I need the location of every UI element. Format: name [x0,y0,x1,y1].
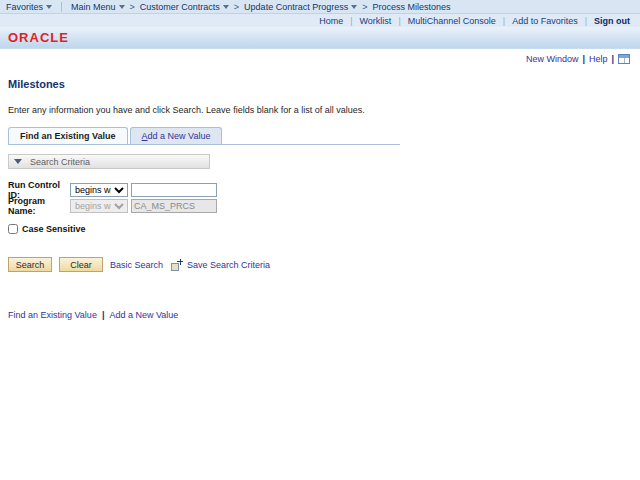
new-window-link[interactable]: New Window [526,54,579,64]
breadcrumb: Favorites Main Menu > Customer Contracts… [0,0,640,14]
footer-add-new-link[interactable]: Add a New Value [109,310,178,320]
chevron-down-icon [223,5,229,9]
divider [61,2,62,12]
program-name-label: Program Name: [8,196,70,216]
home-link[interactable]: Home [319,16,343,26]
run-control-id-input[interactable] [131,183,217,197]
run-control-id-row: Run Control ID: begins with [8,182,640,197]
page-title: Milestones [8,78,640,90]
favorites-menu[interactable]: Favorites [6,2,52,12]
case-sensitive-row: Case Sensitive [8,224,640,234]
help-link[interactable]: Help [589,54,608,64]
case-sensitive-label: Case Sensitive [22,224,86,234]
link-separator: | [398,16,400,26]
breadcrumb-process-milestones: Process Milestones [372,2,450,12]
main-menu[interactable]: Main Menu [71,2,125,12]
multichannel-console-link[interactable]: MultiChannel Console [408,16,496,26]
worklist-link[interactable]: Worklist [360,16,392,26]
utility-links: New Window | Help | [0,49,640,64]
tab-find-existing-value[interactable]: Find an Existing Value [8,127,128,144]
breadcrumb-separator: > [362,2,367,12]
link-separator: | [350,16,352,26]
breadcrumb-label: Customer Contracts [140,2,220,12]
personalize-page-icon[interactable] [618,54,630,64]
link-separator: | [611,54,614,64]
footer-find-existing-link[interactable]: Find an Existing Value [8,310,97,320]
oracle-banner: ORACLE [0,27,640,49]
case-sensitive-checkbox[interactable] [8,224,18,234]
breadcrumb-separator: > [130,2,135,12]
link-separator: | [585,16,587,26]
favorites-label: Favorites [6,2,43,12]
program-name-input [131,199,217,213]
sign-out-link[interactable]: Sign out [594,16,630,26]
basic-search-link[interactable]: Basic Search [110,260,163,270]
tab-add-new-value[interactable]: Add a New Value [130,127,223,144]
run-control-id-operator-select[interactable]: begins with [70,183,128,197]
instruction-text: Enter any information you have and click… [8,105,640,115]
collapse-triangle-icon [14,159,22,164]
link-separator: | [582,54,585,64]
search-form: Run Control ID: begins with Program Name… [8,182,640,213]
program-name-row: Program Name: begins with [8,198,640,213]
header-links-bar: Home | Worklist | MultiChannel Console |… [0,14,640,27]
main-menu-label: Main Menu [71,2,116,12]
link-separator: | [503,16,505,26]
clear-button[interactable]: Clear [59,257,103,272]
main-content: Milestones Enter any information you hav… [0,78,640,320]
tab-label-rest: dd a New Value [148,131,211,141]
search-button[interactable]: Search [8,257,52,272]
save-search-icon [171,259,183,271]
breadcrumb-customer-contracts[interactable]: Customer Contracts [140,2,229,12]
program-name-operator-select: begins with [70,199,128,213]
link-separator: | [102,310,105,320]
chevron-down-icon [351,5,357,9]
add-to-favorites-link[interactable]: Add to Favorites [512,16,578,26]
search-criteria-label: Search Criteria [30,157,90,167]
save-search-criteria-link[interactable]: Save Search Criteria [187,260,270,270]
tab-bar: Find an Existing Value Add a New Value [8,127,400,145]
breadcrumb-label: Update Contract Progress [244,2,348,12]
breadcrumb-update-contract-progress[interactable]: Update Contract Progress [244,2,357,12]
oracle-logo: ORACLE [8,30,69,45]
chevron-down-icon [46,5,52,9]
footer-links: Find an Existing Value | Add a New Value [8,310,640,320]
search-criteria-header[interactable]: Search Criteria [8,154,210,169]
action-bar: Search Clear Basic Search Save Search Cr… [8,257,640,272]
breadcrumb-separator: > [234,2,239,12]
peoplesoft-window: Favorites Main Menu > Customer Contracts… [0,0,640,320]
chevron-down-icon [119,5,125,9]
